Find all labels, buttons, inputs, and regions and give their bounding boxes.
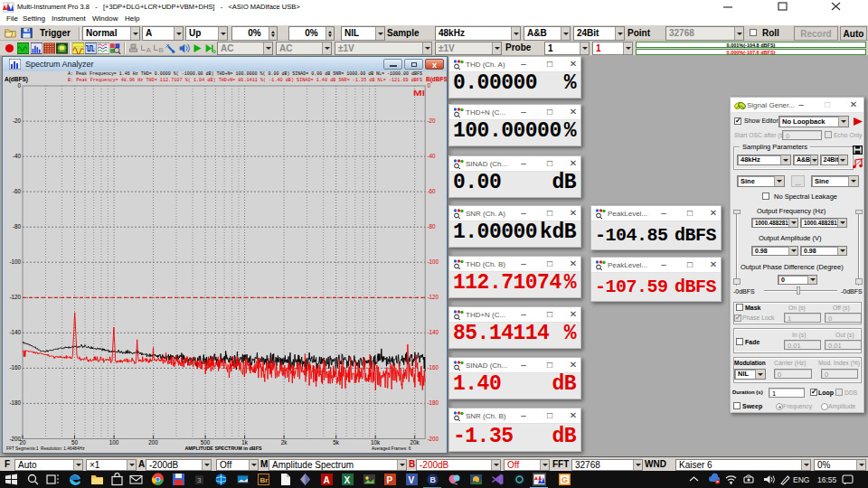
- svg-text:X: X: [344, 475, 351, 485]
- svg-text:3: 3: [197, 476, 202, 484]
- svg-text:V: V: [409, 475, 415, 485]
- svg-text:A: A: [324, 475, 330, 485]
- svg-text:P: P: [387, 475, 393, 485]
- svg-text:Br: Br: [260, 476, 269, 484]
- svg-text:B: B: [159, 46, 164, 54]
- svg-text:A: A: [146, 46, 152, 54]
- svg-text:B: B: [430, 475, 437, 484]
- svg-text:G: G: [561, 475, 568, 484]
